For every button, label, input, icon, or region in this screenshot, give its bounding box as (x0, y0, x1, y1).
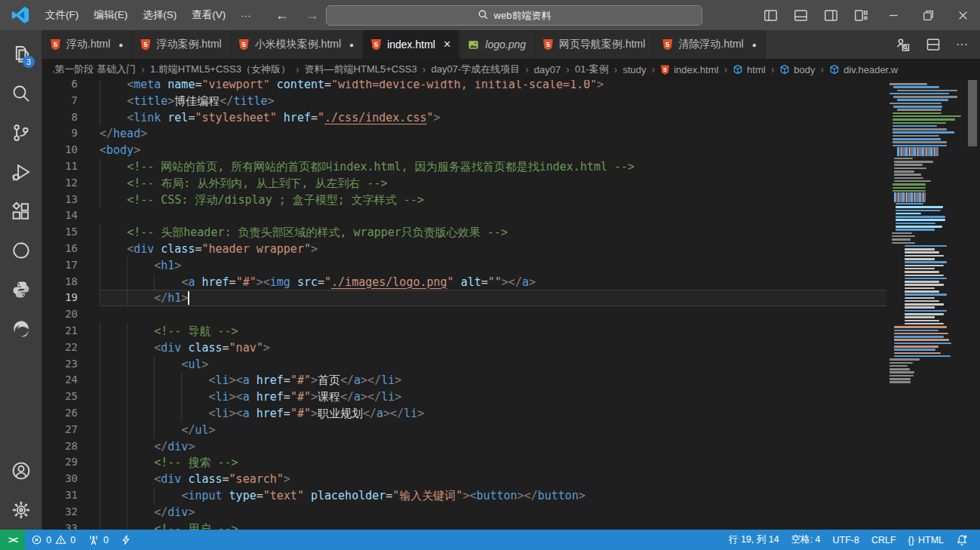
code-line-21[interactable]: 21 <!-- 导航 --> (42, 323, 886, 340)
status-language[interactable]: {}HTML (902, 530, 950, 550)
code-line-20[interactable]: 20 (42, 306, 886, 323)
code-line-8[interactable]: 8 <link rel="stylesheet" href="./css/ind… (42, 109, 886, 126)
customize-layout-icon[interactable] (846, 0, 876, 30)
code-token: ./images/logo.png (331, 275, 447, 289)
activity-python[interactable] (0, 270, 41, 309)
code-line-9[interactable]: 9</head> (42, 125, 886, 142)
code-line-18[interactable]: 18 <a href="#"><img src="./images/logo.p… (42, 274, 886, 290)
status-notifications[interactable] (950, 530, 974, 550)
code-line-7[interactable]: 7 <title>博佳编程</title> (42, 93, 886, 109)
breadcrumb-item[interactable]: 5index.html (660, 64, 718, 75)
tab-index.html[interactable]: 5index.html× (363, 30, 459, 59)
indent-guide (100, 241, 100, 257)
activity-edge-tools[interactable] (0, 309, 41, 349)
activity-accounts[interactable] (0, 451, 41, 490)
activity-explorer[interactable]: 3 (0, 35, 41, 74)
tab-清除浮动.html[interactable]: 5清除浮动.html● (654, 30, 765, 59)
code-line-10[interactable]: 10<body> (42, 142, 886, 158)
remote-indicator[interactable]: >< (0, 530, 25, 550)
activity-source-control[interactable] (0, 113, 41, 152)
minimap[interactable] (886, 80, 966, 530)
breadcrumb-item[interactable]: day07-学成在线项目 (431, 63, 520, 76)
person-search-icon[interactable] (896, 37, 911, 52)
status-cursor-position[interactable]: 行 19, 列 14 (723, 530, 785, 550)
code-area[interactable]: 6 <meta name="viewport" content="width=d… (42, 80, 886, 530)
activity-extensions[interactable] (0, 192, 41, 231)
code-line-26[interactable]: 26 <li><a href="#">职业规划</a></li> (42, 405, 886, 422)
line-content: <li><a href="#">课程</a></li> (100, 389, 886, 405)
menu-item[interactable]: 编辑(E) (86, 5, 135, 25)
breadcrumb-item[interactable]: html (733, 64, 766, 75)
status-encoding[interactable]: UTF-8 (827, 530, 865, 550)
code-line-13[interactable]: 13 <!-- CSS: 浮动/display ; 盒子模型; 文字样式 --> (42, 192, 886, 208)
forward-icon[interactable]: → (306, 8, 319, 23)
breadcrumb-item[interactable]: day07 (534, 64, 561, 75)
code-line-25[interactable]: 25 <li><a href="#">课程</a></li> (42, 389, 886, 405)
status-indent[interactable]: 空格: 4 (785, 530, 827, 550)
code-token: </ (340, 390, 354, 404)
tab-浮动案例.html[interactable]: 5浮动案例.html (132, 30, 230, 59)
line-content (100, 306, 886, 323)
activity-run-debug[interactable] (0, 152, 41, 192)
code-line-22[interactable]: 22 <div class="nav"> (42, 340, 886, 356)
code-line-33[interactable]: 33 <!-- 用户 --> (42, 521, 886, 530)
menu-item[interactable]: 选择(S) (135, 5, 184, 25)
code-line-14[interactable]: 14 (42, 207, 886, 224)
split-editor-icon[interactable] (926, 37, 941, 52)
code-line-6[interactable]: 6 <meta name="viewport" content="width=d… (42, 80, 886, 93)
code-line-12[interactable]: 12 <!-- 布局: 从外到内, 从上到下, 从左到右 --> (42, 175, 886, 192)
code-line-24[interactable]: 24 <li><a href="#">首页</a></li> (42, 372, 886, 389)
minimize-button[interactable] (876, 0, 911, 30)
breadcrumb-item[interactable]: .第一阶段 基础入门 (52, 63, 136, 76)
breadcrumb-item[interactable]: 1.前端HTML5+CSS3（女神版） (150, 63, 290, 76)
status-ports[interactable]: 0 (81, 530, 115, 550)
code-line-16[interactable]: 16 <div class="header wrapper"> (42, 241, 886, 257)
code-token: = (284, 390, 290, 404)
code-line-11[interactable]: 11 <!-- 网站的首页, 所有网站的首页都叫index.html, 因为服务… (42, 158, 886, 175)
activity-chatgpt[interactable] (0, 231, 41, 270)
line-content: <a href="#"><img src="./images/logo.png"… (100, 274, 886, 290)
status-bolt[interactable] (115, 530, 138, 550)
line-number: 14 (42, 207, 100, 224)
scrollbar-thumb[interactable] (968, 80, 977, 146)
code-line-27[interactable]: 27 </ul> (42, 422, 886, 438)
breadcrumb-item[interactable]: study (622, 64, 646, 75)
breadcrumb-item[interactable]: 01-案例 (575, 63, 609, 76)
code-line-32[interactable]: 32 </div> (42, 504, 886, 521)
status-problems[interactable]: 00 (25, 530, 81, 550)
tab-网页导航案例.html[interactable]: 5网页导航案例.html (535, 30, 654, 59)
more-actions-icon[interactable]: ··· (956, 38, 968, 51)
toggle-sidebar-icon[interactable] (755, 0, 785, 30)
close-button[interactable] (945, 0, 980, 30)
close-tab-icon[interactable]: × (444, 38, 450, 51)
breadcrumb-item[interactable]: body (779, 64, 815, 75)
code-line-30[interactable]: 30 <div class="search"> (42, 471, 886, 487)
activity-search[interactable] (0, 74, 41, 113)
activity-settings[interactable] (0, 490, 41, 530)
status-eol[interactable]: CRLF (865, 530, 902, 550)
code-line-29[interactable]: 29 <!-- 搜索 --> (42, 454, 886, 471)
code-line-23[interactable]: 23 <ul> (42, 356, 886, 373)
toggle-secondary-sidebar-icon[interactable] (816, 0, 846, 30)
code-token: img (270, 275, 290, 289)
toggle-panel-icon[interactable] (785, 0, 816, 30)
breadcrumb-item[interactable]: div.header.w (829, 64, 898, 75)
restore-button[interactable] (911, 0, 945, 30)
titlebar-search[interactable]: web前端资料 (326, 5, 702, 26)
code-line-31[interactable]: 31 <input type="text" placeholder="输入关键词… (42, 487, 886, 504)
line-number: 7 (42, 93, 100, 109)
code-line-28[interactable]: 28 </div> (42, 438, 886, 455)
menu-item[interactable]: 查看(V) (184, 5, 233, 25)
code-line-15[interactable]: 15 <!-- 头部header: 负责头部区域的样式, wrapper只负责版… (42, 224, 886, 241)
tab-浮动.html[interactable]: 5浮动.html● (42, 30, 132, 59)
menu-item[interactable]: 文件(F) (38, 5, 86, 25)
breadcrumb-item[interactable]: 资料—前端HTML5+CSS3 (305, 63, 417, 76)
back-icon[interactable]: ← (275, 8, 289, 23)
code-line-19[interactable]: 19 </h1> (42, 290, 886, 306)
editor-scrollbar[interactable] (966, 80, 980, 530)
tab-小米模块案例.html[interactable]: 5小米模块案例.html● (231, 30, 363, 59)
code-line-17[interactable]: 17 <h1> (42, 257, 886, 274)
tab-logo.png[interactable]: logo.png (459, 30, 535, 59)
menu-more[interactable]: ··· (233, 5, 259, 25)
line-number: 20 (42, 306, 100, 323)
